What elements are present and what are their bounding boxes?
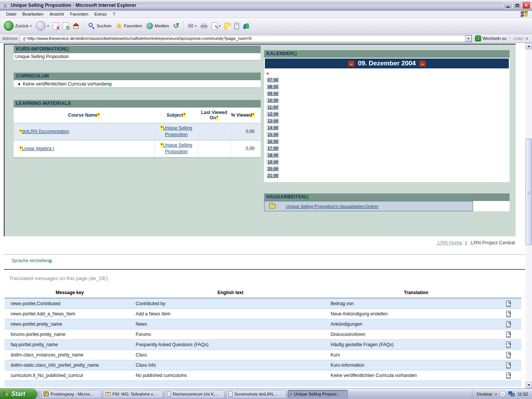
time-slot[interactable]: 07:00 bbox=[266, 77, 279, 82]
col-pct-viewed[interactable]: % Viewed bbox=[231, 112, 252, 118]
menu-favoriten[interactable]: Favoriten bbox=[67, 12, 91, 16]
time-slot[interactable]: 15:00 bbox=[266, 132, 279, 137]
toolbar-grip[interactable] bbox=[472, 390, 473, 398]
sprache-translate-link[interactable]: o bbox=[49, 258, 52, 263]
scroll-down-button[interactable] bbox=[526, 382, 532, 388]
search-button[interactable]: Suchen bbox=[87, 22, 113, 30]
task-mail-message[interactable]: FW: WG: Teilnahme v... bbox=[103, 390, 163, 398]
translate-asterisk[interactable]: * bbox=[19, 146, 22, 151]
mail-button[interactable]: ✉ ▾ bbox=[187, 21, 198, 31]
refresh-button[interactable]: ↻ bbox=[61, 22, 70, 30]
time-slot[interactable]: 19:00 bbox=[266, 159, 279, 165]
translate-asterisk[interactable]: * bbox=[216, 115, 219, 120]
forward-dropdown-icon[interactable]: ▾ bbox=[47, 24, 49, 28]
time-slot[interactable]: 09:00 bbox=[266, 91, 279, 96]
hausarbeiten-folder-link[interactable]: Unique Selling Proposition's Hausarbeite… bbox=[286, 204, 378, 209]
edit-button[interactable]: ✎ ▾ bbox=[210, 22, 222, 30]
translate-asterisk[interactable]: * bbox=[160, 125, 163, 131]
hausarbeiten-translate-link[interactable]: O bbox=[305, 194, 309, 200]
desktop-chevron-icon[interactable]: » bbox=[495, 392, 497, 396]
time-slot-link[interactable]: 09:00 bbox=[268, 91, 278, 96]
hausarbeiten-folder-row[interactable]: Unique Selling Proposition's Hausarbeite… bbox=[264, 201, 473, 211]
menu-hilfe[interactable]: ? bbox=[110, 12, 118, 16]
address-url[interactable]: http://www.theservice.de/dotlrn/classes/… bbox=[27, 36, 465, 41]
col-course-name[interactable]: Course Name bbox=[68, 112, 97, 118]
menu-ansicht[interactable]: Ansicht bbox=[46, 12, 67, 16]
time-slot-link[interactable]: 20:00 bbox=[268, 166, 278, 171]
sync-button[interactable]: * bbox=[233, 22, 241, 30]
quicklaunch-grip[interactable] bbox=[39, 390, 40, 398]
time-slot[interactable]: 14:00 bbox=[266, 125, 279, 130]
links-chevron-icon[interactable]: » bbox=[526, 36, 528, 41]
address-dropdown-icon[interactable]: ▼ bbox=[465, 35, 472, 42]
time-slot-link[interactable]: 15:00 bbox=[268, 132, 278, 137]
go-button[interactable]: → Wechseln zu bbox=[472, 35, 510, 41]
time-slot[interactable]: 20:00 bbox=[266, 166, 279, 171]
task-rechenzentrum[interactable]: Rechenzentrum Uni K... bbox=[165, 390, 225, 398]
kurs-translate-link[interactable]: O bbox=[65, 46, 69, 52]
close-button[interactable]: × bbox=[522, 2, 530, 9]
set-language-link[interactable]: Sprache einstelleno bbox=[11, 258, 52, 263]
edit-translation-button[interactable] bbox=[506, 301, 511, 307]
calendar-prev-day-button[interactable]: ← bbox=[348, 61, 354, 66]
col-subject[interactable]: Subject bbox=[166, 112, 183, 118]
network-icon[interactable] bbox=[508, 391, 515, 397]
restore-button[interactable] bbox=[513, 2, 521, 9]
back-button[interactable]: ← Zurück ▾ bbox=[2, 20, 33, 32]
edit-dropdown-icon[interactable]: ▾ bbox=[219, 24, 220, 28]
task-posteingang[interactable]: Posteingang - Micros... bbox=[41, 390, 101, 398]
home-button[interactable] bbox=[71, 22, 81, 30]
edit-translation-button[interactable] bbox=[506, 311, 511, 317]
col-last-viewed[interactable]: Last Viewed On bbox=[201, 110, 227, 120]
edit-translation-button[interactable] bbox=[506, 362, 511, 369]
subject-link[interactable]: Unique Selling Proposition bbox=[163, 125, 192, 137]
time-slot-link[interactable]: 17:00 bbox=[268, 146, 278, 150]
time-slot-link[interactable]: 08:00 bbox=[268, 84, 278, 89]
start-button[interactable]: Start bbox=[0, 389, 37, 399]
menu-datei[interactable]: Datei bbox=[3, 12, 19, 16]
translate-asterisk[interactable]: * bbox=[252, 112, 255, 118]
scrollbar-thumb[interactable] bbox=[526, 139, 532, 245]
translate-asterisk[interactable]: * bbox=[183, 112, 186, 118]
time-slot[interactable]: 11:00 bbox=[266, 104, 279, 110]
desktop-toolbar[interactable]: Desktop bbox=[477, 392, 492, 396]
time-slot-link[interactable]: 12:00 bbox=[268, 112, 278, 116]
minimize-button[interactable] bbox=[504, 2, 512, 9]
translate-asterisk[interactable]: * bbox=[97, 112, 100, 118]
messenger-button[interactable] bbox=[242, 22, 252, 30]
menu-extras[interactable]: Extras bbox=[91, 12, 110, 16]
vertical-scrollbar[interactable] bbox=[526, 43, 532, 388]
hide-icons-button[interactable]: ‹ bbox=[500, 391, 506, 397]
calendar-add-event-button[interactable]: + bbox=[266, 71, 509, 76]
forward-button[interactable]: → ▾ bbox=[34, 20, 50, 32]
curriculum-translate-link[interactable]: o bbox=[109, 81, 112, 87]
favorites-button[interactable]: ★ Favoriten bbox=[114, 22, 144, 30]
time-slot[interactable]: 21:00 bbox=[266, 173, 279, 178]
edit-translation-button[interactable] bbox=[506, 372, 511, 379]
time-slot-link[interactable]: 18:00 bbox=[268, 153, 278, 157]
time-slot[interactable]: 13:00 bbox=[266, 118, 279, 124]
task-ie-active[interactable]: e Unique Selling Proposi... bbox=[288, 390, 348, 398]
stop-button[interactable]: ✕ bbox=[51, 22, 60, 30]
time-slot[interactable]: 12:00 bbox=[266, 111, 279, 117]
translate-asterisk[interactable]: * bbox=[19, 129, 22, 134]
time-slot[interactable]: 08:00 bbox=[266, 84, 279, 89]
time-slot-link[interactable]: 11:00 bbox=[268, 105, 278, 109]
calendar-next-day-button[interactable]: → bbox=[420, 61, 425, 66]
course-link[interactable]: Linear Algebra I bbox=[22, 146, 54, 151]
subject-link[interactable]: Unique Selling Proposition bbox=[163, 142, 192, 154]
translate-asterisk[interactable]: * bbox=[160, 142, 163, 148]
edit-translation-button[interactable] bbox=[506, 331, 511, 338]
scroll-up-button[interactable] bbox=[526, 43, 532, 49]
edit-translation-button[interactable] bbox=[506, 321, 511, 328]
course-link[interactable]: dotLRN Documentation bbox=[22, 129, 70, 134]
menu-bearbeiten[interactable]: Bearbeiten bbox=[19, 12, 47, 16]
time-slot-link[interactable]: 13:00 bbox=[268, 119, 278, 123]
back-dropdown-icon[interactable]: ▾ bbox=[30, 24, 32, 28]
edit-translation-button[interactable] bbox=[506, 352, 511, 358]
time-slot-link[interactable]: 10:00 bbox=[268, 98, 278, 103]
links-toolbar[interactable]: Links » bbox=[510, 36, 531, 41]
time-slot[interactable]: 18:00 bbox=[266, 152, 279, 158]
time-slot-link[interactable]: 21:00 bbox=[268, 173, 278, 178]
set-language-label[interactable]: Sprache einstellen bbox=[11, 258, 49, 263]
